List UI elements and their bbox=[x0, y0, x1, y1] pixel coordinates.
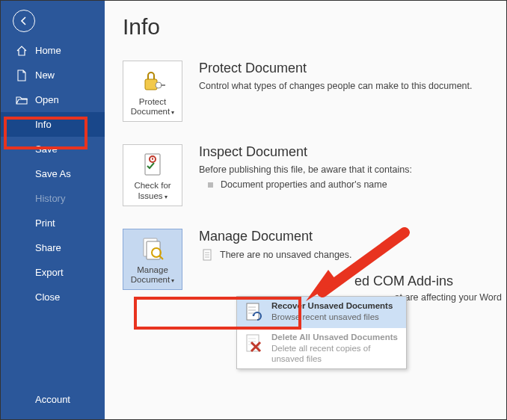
sidebar-item-save[interactable]: Save bbox=[1, 137, 105, 161]
sidebar-item-close[interactable]: Close bbox=[1, 285, 105, 309]
sidebar-item-account[interactable]: Account bbox=[1, 387, 105, 412]
section-desc: Control what types of changes people can… bbox=[199, 81, 506, 91]
sidebar-item-home[interactable]: Home bbox=[1, 38, 105, 63]
inspect-bullet: Document properties and author's name bbox=[199, 179, 506, 190]
sidebar-item-export[interactable]: Export bbox=[1, 260, 105, 285]
bullet-text: Document properties and author's name bbox=[221, 179, 387, 190]
tile-label: Manage Document bbox=[131, 265, 170, 284]
sidebar-item-save-as[interactable]: Save As bbox=[1, 161, 105, 186]
recover-icon bbox=[243, 301, 265, 324]
no-unsaved-row: There are no unsaved changes. bbox=[199, 249, 506, 261]
check-for-issues-tile[interactable]: Check for Issues▾ bbox=[123, 144, 182, 206]
sidebar-item-new[interactable]: New bbox=[1, 63, 105, 87]
svg-point-1 bbox=[156, 82, 162, 88]
svg-rect-13 bbox=[247, 303, 259, 320]
bullet-icon bbox=[208, 182, 213, 188]
delete-unsaved-item[interactable]: Delete All Unsaved Documents Delete all … bbox=[237, 328, 406, 368]
sidebar-item-label: Save bbox=[35, 143, 58, 155]
sidebar-item-label: Home bbox=[35, 45, 61, 56]
manage-document-tile[interactable]: Manage Document▾ bbox=[123, 229, 182, 290]
sidebar-item-label: Info bbox=[35, 119, 52, 130]
sidebar-item-label: Export bbox=[35, 267, 64, 278]
manage-document-dropdown: Recover Unsaved Documents Browse recent … bbox=[236, 296, 407, 369]
sidebar-item-label: Print bbox=[35, 217, 55, 229]
dd-sub: Delete all recent copies of unsaved file… bbox=[271, 344, 400, 365]
sidebar-item-label: Open bbox=[35, 94, 59, 105]
sidebar-item-label: Save As bbox=[35, 168, 71, 179]
main-panel: Info Protect Document▾ Protect Document … bbox=[105, 1, 506, 419]
back-button[interactable] bbox=[13, 10, 35, 32]
section-inspect: Check for Issues▾ Inspect Document Befor… bbox=[123, 144, 506, 206]
recover-unsaved-item[interactable]: Recover Unsaved Documents Browse recent … bbox=[237, 297, 406, 328]
open-icon bbox=[16, 94, 28, 106]
inspect-icon bbox=[139, 151, 166, 178]
chevron-down-icon: ▾ bbox=[165, 194, 168, 200]
dd-title: Recover Unsaved Documents bbox=[271, 301, 393, 312]
protect-document-tile[interactable]: Protect Document▾ bbox=[123, 61, 182, 122]
no-unsaved-text: There are no unsaved changes. bbox=[220, 250, 352, 260]
sidebar-item-history: History bbox=[1, 186, 105, 211]
sidebar-item-print[interactable]: Print bbox=[1, 211, 105, 235]
sidebar-item-label: Share bbox=[35, 242, 61, 253]
new-icon bbox=[16, 70, 28, 81]
sidebar-item-info[interactable]: Info bbox=[1, 112, 105, 137]
delete-icon bbox=[243, 333, 265, 355]
sidebar-item-open[interactable]: Open bbox=[1, 87, 105, 112]
svg-rect-0 bbox=[145, 79, 157, 90]
back-arrow-icon bbox=[19, 16, 29, 26]
section-title: Manage Document bbox=[199, 229, 506, 244]
manage-doc-icon bbox=[139, 235, 166, 262]
chevron-down-icon: ▾ bbox=[171, 109, 174, 116]
lock-icon bbox=[139, 67, 166, 94]
section-desc: Before publishing this file, be aware th… bbox=[199, 164, 506, 175]
tile-label: Protect Document bbox=[131, 97, 170, 116]
doc-small-icon bbox=[202, 249, 214, 261]
svg-rect-2 bbox=[161, 84, 165, 86]
sidebar-item-share[interactable]: Share bbox=[1, 235, 105, 260]
sidebar-item-label: New bbox=[35, 70, 55, 81]
section-title: Protect Document bbox=[199, 61, 506, 76]
sidebar-item-label: Close bbox=[35, 291, 60, 303]
chevron-down-icon: ▾ bbox=[171, 277, 174, 284]
sidebar-item-label: History bbox=[35, 193, 65, 204]
page-title: Info bbox=[123, 14, 506, 40]
home-icon bbox=[16, 45, 28, 57]
backstage-sidebar: Home New Open Info Save Save As History … bbox=[1, 1, 105, 419]
section-protect: Protect Document▾ Protect Document Contr… bbox=[123, 61, 506, 122]
dd-sub: Browse recent unsaved files bbox=[271, 312, 393, 323]
section-title: Inspect Document bbox=[199, 144, 506, 160]
dd-title: Delete All Unsaved Documents bbox=[271, 333, 400, 343]
sidebar-item-label: Account bbox=[35, 394, 70, 405]
